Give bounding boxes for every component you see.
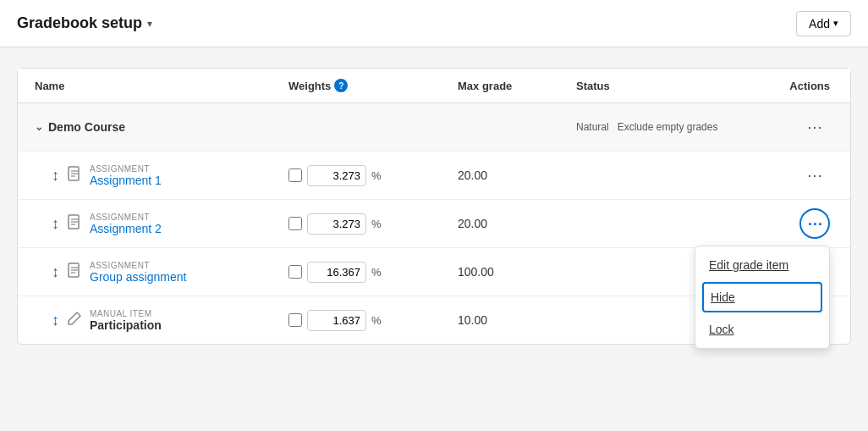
course-status: Natural Exclude empty grades — [576, 121, 745, 133]
status-exclude: Exclude empty grades — [618, 121, 718, 133]
course-name-label: Demo Course — [48, 120, 125, 134]
hide-option[interactable]: Hide — [702, 282, 822, 312]
add-button[interactable]: Add ▾ — [796, 11, 851, 36]
weight-checkbox[interactable] — [288, 169, 302, 182]
max-grade-col: 20.00 — [458, 217, 576, 230]
item-actions-button-active[interactable]: ⋯ — [799, 208, 830, 239]
dots-icon: ⋯ — [807, 214, 823, 233]
collapse-arrow-icon[interactable]: ⌄ — [35, 121, 43, 133]
weight-col: % — [288, 262, 458, 283]
course-row: ⌄ Demo Course Natural Exclude empty grad… — [18, 103, 850, 152]
item-name-link[interactable]: Participation — [90, 318, 162, 332]
max-grade-col: 100.00 — [458, 265, 576, 279]
weight-pct: % — [371, 266, 382, 279]
actions-col: ⋯ Edit grade item Hide Lock — [745, 208, 830, 239]
actions-dropdown-menu: Edit grade item Hide Lock — [695, 246, 830, 349]
item-name-link[interactable]: Group assignment — [90, 270, 186, 284]
main-content: Name Weights ? Max grade Status Actions … — [0, 47, 868, 365]
item-name-col: ↕ ASSIGNMENT Assignment 2 — [35, 213, 288, 235]
item-actions-button[interactable]: ⋯ — [799, 160, 830, 191]
weight-pct: % — [371, 314, 382, 327]
weights-help-icon[interactable]: ? — [334, 79, 348, 92]
weight-input[interactable] — [307, 262, 366, 283]
max-grade-col: 10.00 — [458, 313, 576, 327]
top-bar-left: Gradebook setup ▾ — [17, 14, 152, 32]
edit-grade-item-option[interactable]: Edit grade item — [695, 250, 829, 280]
item-label-block: ASSIGNMENT Group assignment — [90, 261, 186, 284]
item-file-icon — [66, 262, 83, 282]
item-name-link[interactable]: Assignment 2 — [90, 222, 162, 235]
col-max-grade: Max grade — [458, 79, 576, 92]
add-button-label: Add — [809, 17, 830, 30]
course-name: ⌄ Demo Course — [35, 120, 288, 134]
table-header: Name Weights ? Max grade Status Actions — [18, 69, 850, 103]
weight-checkbox[interactable] — [288, 313, 302, 327]
col-name: Name — [35, 79, 288, 92]
course-actions-button[interactable]: ⋯ — [799, 112, 830, 142]
weight-checkbox[interactable] — [288, 265, 302, 279]
item-type: ASSIGNMENT — [90, 261, 186, 270]
dots-icon: ⋯ — [807, 166, 823, 185]
table-row: ↕ ASSIGNMENT Assignment 1 % — [18, 152, 850, 200]
item-file-icon — [66, 165, 83, 185]
weight-pct: % — [371, 218, 382, 230]
item-label-block: MANUAL ITEM Participation — [90, 309, 162, 332]
status-natural: Natural — [576, 121, 609, 133]
table-row: ↕ ASSIGNMENT Assignment 2 % — [18, 200, 850, 248]
actions-col: ⋯ — [745, 160, 830, 191]
weight-col: % — [288, 213, 458, 235]
item-type: ASSIGNMENT — [90, 164, 162, 174]
item-edit-icon — [66, 310, 83, 330]
reorder-icon[interactable]: ↕ — [52, 263, 59, 281]
item-name-col: ↕ ASSIGNMENT Assignment 1 — [35, 164, 288, 187]
item-file-icon — [66, 213, 83, 234]
item-name-col: ↕ MANUAL ITEM Participation — [35, 309, 288, 332]
item-label-block: ASSIGNMENT Assignment 1 — [90, 164, 162, 187]
weight-pct: % — [371, 169, 382, 182]
weight-input[interactable] — [307, 165, 366, 186]
reorder-icon[interactable]: ↕ — [52, 167, 59, 185]
add-chevron-icon: ▾ — [833, 18, 838, 29]
reorder-icon[interactable]: ↕ — [52, 215, 59, 233]
weight-input[interactable] — [307, 213, 366, 235]
course-dots-icon: ⋯ — [807, 118, 823, 136]
item-type: ASSIGNMENT — [90, 213, 162, 222]
gradebook-table: Name Weights ? Max grade Status Actions … — [17, 68, 851, 345]
item-name-col: ↕ ASSIGNMENT Group assignment — [35, 261, 288, 284]
reorder-icon[interactable]: ↕ — [52, 312, 59, 329]
course-actions: ⋯ — [745, 112, 830, 142]
item-name-link[interactable]: Assignment 1 — [90, 174, 162, 187]
weight-col: % — [288, 310, 458, 331]
top-bar: Gradebook setup ▾ Add ▾ — [0, 0, 868, 47]
weight-col: % — [288, 165, 458, 186]
col-actions: Actions — [745, 79, 830, 92]
col-weights: Weights ? — [288, 79, 458, 92]
col-status: Status — [576, 79, 745, 92]
lock-option[interactable]: Lock — [695, 314, 829, 345]
max-grade-col: 20.00 — [458, 169, 576, 182]
page-title: Gradebook setup — [17, 14, 142, 32]
weight-checkbox[interactable] — [288, 217, 302, 230]
item-label-block: ASSIGNMENT Assignment 2 — [90, 213, 162, 235]
item-type: MANUAL ITEM — [90, 309, 162, 318]
title-chevron-icon[interactable]: ▾ — [147, 18, 152, 30]
weight-input[interactable] — [307, 310, 366, 331]
